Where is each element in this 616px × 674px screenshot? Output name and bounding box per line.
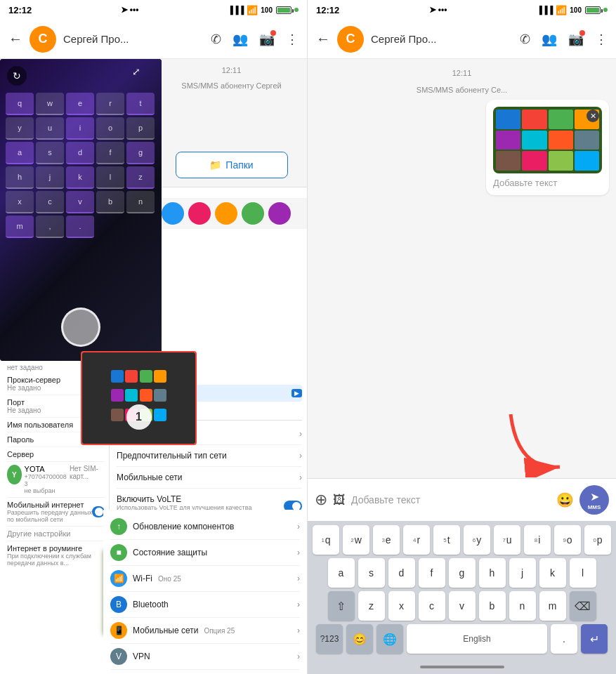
left-app-bar: ← C Сергей Про... ✆ 👥 📷 ⋮ [0,20,307,59]
pref-net-type-chevron: › [299,451,302,461]
key-c[interactable]: c [419,591,445,621]
right-add-button[interactable]: ⊕ [315,491,327,509]
right-phone-button[interactable]: ✆ [520,32,530,47]
mms-bubble-text-placeholder: Добавьте текст [493,178,602,188]
mobile-internet-row: Мобильный интернет Разрешить передачу да… [7,501,105,523]
right-emoji-button[interactable]: 😀 [556,491,574,508]
key-space[interactable]: English [407,624,547,654]
key-d[interactable]: d [388,558,415,588]
mms-bubble-close[interactable]: ✕ [586,110,599,122]
protection-status-item[interactable]: ■ Состояние защиты › [110,540,300,566]
yota-avatar: Y [7,465,22,484]
mobile-internet-desc: Разрешить передачу данных по мобильной с… [7,509,92,523]
camera-capture-button[interactable] [61,308,100,347]
key-z: z [126,166,155,189]
left-folders-button[interactable]: 📁 Папки [176,152,288,178]
key-e[interactable]: 3e [373,525,400,555]
key-period[interactable]: . [551,624,577,654]
key-m[interactable]: m [539,591,566,621]
update-components-icon: ↑ [110,518,127,535]
left-time: 12:12 [8,5,32,15]
left-avatar: C [30,26,56,53]
key-t[interactable]: 5t [433,525,460,555]
mms-bubble-content: ✕ Добавьте текст [493,107,602,188]
pref-net-type-label: Предпочтительный тип сети [117,451,227,461]
yota-name: YOTA [25,465,67,473]
key-p[interactable]: 0p [584,525,611,555]
right-mms-bubble: ✕ Добавьте текст [486,100,609,195]
right-video-badge [579,30,585,36]
mobile-internet-label: Мобильный интернет [7,501,92,509]
key-b[interactable]: b [479,591,506,621]
key-enter[interactable]: ↵ [581,624,608,654]
wifi-item-icon: 📶 [110,570,127,587]
key-l[interactable]: l [570,558,596,588]
key-v[interactable]: v [449,591,476,621]
key-f[interactable]: f [419,558,445,588]
other-settings-label: Другие настройки [7,529,105,538]
key-j[interactable]: j [509,558,536,588]
key-u[interactable]: 7u [494,525,520,555]
left-back-button[interactable]: ← [8,31,22,47]
key-z[interactable]: z [358,591,385,621]
yota-number: +70704700008 3 [25,473,67,487]
right-status-icons: ▐▐▐ 📶 100 [537,5,608,15]
key-i[interactable]: 8i [524,525,551,555]
wifi-item-label: Wi-Fi [133,574,152,583]
key-x[interactable]: x [388,591,415,621]
key-g[interactable]: g [449,558,476,588]
left-video-button[interactable]: 📷 [259,32,275,47]
left-dots: ••• [130,5,139,15]
key-a[interactable]: a [328,558,355,588]
right-more-button[interactable]: ⋮ [595,32,608,47]
right-send-label: MMS [588,504,601,510]
vpn-item[interactable]: V VPN › [110,644,300,670]
mobile-networks-item[interactable]: Мобильные сети › [117,467,302,489]
key-w[interactable]: 2w [343,525,369,555]
left-phone-button[interactable]: ✆ [211,32,221,47]
key-n[interactable]: n [509,591,536,621]
right-app-bar: ← C Сергей Про... ✆ 👥 📷 ⋮ [308,20,616,59]
apn-server-item: Сервер [7,447,105,461]
pref-net-type-item[interactable]: Предпочтительный тип сети › [117,445,302,467]
key-num-sym[interactable]: ?123 [316,624,343,654]
key-h[interactable]: h [479,558,506,588]
left-status-icons: ▐▐▐ 📶 100 [228,5,299,15]
bluetooth-item[interactable]: B Bluetooth › [110,592,300,618]
key-y[interactable]: 6y [464,525,490,555]
key-k[interactable]: k [539,558,566,588]
right-battery-green-dot [603,8,608,12]
left-phone-screen-overlay: 1 [81,351,197,445]
right-text-input[interactable] [351,494,551,505]
left-right-chat-area: 12:11 SMS/MMS абоненту Сергей 📁 Папки ⊕ … [156,59,307,219]
keyboard-bottom-bar [308,660,616,674]
key-s[interactable]: s [358,558,385,588]
wifi-item[interactable]: 📶 Wi-Fi Оно 25 › [110,566,300,592]
yota-details: YOTA +70704700008 3 не выбран [25,465,67,494]
right-send-icon: ➤ [590,490,599,503]
key-u: u [36,117,64,140]
right-send-mms-button[interactable]: ➤ MMS [579,485,609,515]
key-q[interactable]: 1q [313,525,339,555]
key-shift[interactable]: ⇧ [328,591,355,621]
key-r[interactable]: 4r [403,525,430,555]
key-delete[interactable]: ⌫ [570,591,596,621]
right-battery-icon [585,6,601,14]
key-globe[interactable]: 🌐 [376,624,403,654]
mobile-networks-sec-item[interactable]: 📱 Мобильные сети Опция 25 › [110,618,300,644]
right-video-button[interactable]: 📷 [568,32,584,47]
key-o[interactable]: 9o [554,525,581,555]
left-more-button[interactable]: ⋮ [286,32,299,47]
right-location-icon: ➤ [429,5,436,15]
key-emoji[interactable]: 😊 [346,624,373,654]
right-message-area: 12:11 SMS/MMS абоненту Се... [308,59,616,478]
apn-points-chevron: › [299,429,302,439]
right-back-button[interactable]: ← [316,31,330,47]
left-status-bar: 12:12 ➤ ••• ▐▐▐ 📶 100 [0,0,307,20]
key-b: b [96,191,124,213]
right-attach-button[interactable]: 🖼 [333,493,346,508]
right-add-contact-button[interactable]: 👥 [542,32,557,47]
key-f: f [96,142,124,164]
left-add-contact-button[interactable]: 👥 [232,32,248,47]
update-components-item[interactable]: ↑ Обновление компонентов › [110,514,300,540]
